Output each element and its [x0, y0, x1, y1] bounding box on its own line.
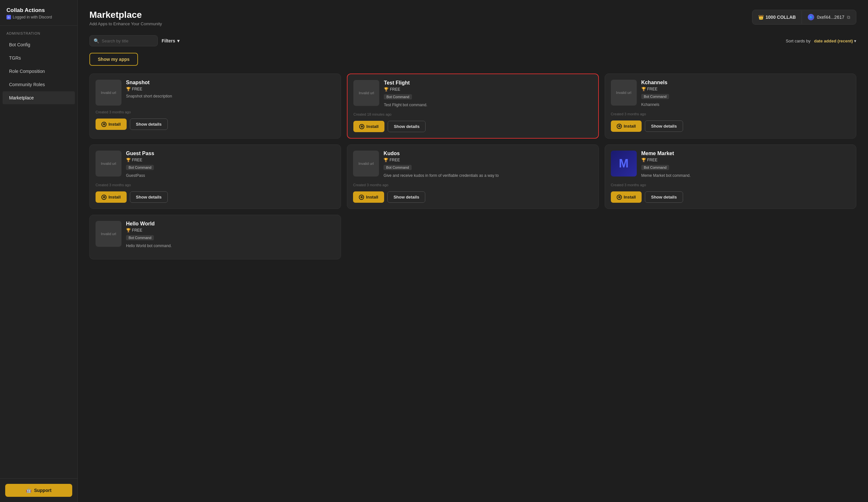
show-my-apps-button[interactable]: Show my apps — [90, 53, 138, 66]
install-circle-icon: ⊕ — [359, 195, 364, 200]
filters-button[interactable]: Filters ▾ — [162, 38, 179, 43]
sidebar-item-tgrs[interactable]: TGRs — [3, 51, 75, 64]
sidebar-item-bot-config[interactable]: Bot Config — [3, 38, 75, 51]
chevron-down-icon: ▾ — [177, 38, 179, 43]
show-details-button-kudos[interactable]: Show details — [388, 192, 425, 203]
sidebar-support: 🤖 Support — [0, 478, 78, 502]
sidebar-nav: Administration Bot Config TGRs Role Comp… — [0, 25, 78, 478]
card-created-snapshot: Created 3 months ago — [95, 110, 335, 114]
toolbar: 🔍 Filters ▾ Sort cards by date added (re… — [90, 35, 856, 46]
app-card-meme-market: M Meme Market 🏆 FREE Bot Command Meme Ma… — [605, 144, 856, 209]
card-badge-guest-pass: Bot Command — [126, 165, 154, 170]
sidebar-item-role-composition[interactable]: Role Composition — [3, 65, 75, 78]
card-badge-hello-world: Bot Command — [126, 235, 154, 240]
main-content: Marketplace Add Apps to Enhance Your Com… — [78, 0, 868, 502]
card-actions-kudos: ⊕ Install Show details — [353, 192, 592, 203]
wallet-avatar: 🔷 — [808, 14, 814, 20]
card-image-kchannels: Invalid url — [611, 80, 637, 105]
wallet-display: 👑 1000 COLLAB 🔷 0xef44...2617 ⧉ — [752, 10, 856, 24]
card-free-meme-market: 🏆 FREE — [641, 158, 850, 162]
card-desc-test-flight: Test Flight bot command. — [384, 102, 592, 108]
card-desc-snapshot: Snapshot short description — [126, 93, 335, 99]
crown-icon: 👑 — [758, 14, 764, 20]
page-subtitle: Add Apps to Enhance Your Community — [90, 21, 162, 26]
app-card-test-flight: Invalid url Test Flight 🏆 FREE Bot Comma… — [347, 73, 599, 139]
card-actions-snapshot: ⊕ Install Show details — [95, 119, 335, 130]
card-free-hello-world: 🏆 FREE — [126, 228, 335, 233]
install-button-test-flight[interactable]: ⊕ Install — [353, 121, 384, 132]
search-icon: 🔍 — [94, 38, 99, 43]
install-circle-icon: ⊕ — [617, 124, 622, 129]
install-button-kchannels[interactable]: ⊕ Install — [611, 121, 642, 132]
card-badge-meme-market: Bot Command — [641, 165, 669, 170]
brand-subtitle: D Logged in with Discord — [7, 15, 71, 19]
support-button[interactable]: 🤖 Support — [5, 484, 72, 497]
search-box: 🔍 — [90, 35, 158, 46]
card-title-hello-world: Hello World — [126, 221, 335, 227]
card-badge-test-flight: Bot Command — [384, 94, 412, 100]
app-card-guest-pass: Invalid url Guest Pass 🏆 FREE Bot Comman… — [90, 144, 341, 209]
card-image-kudos: Invalid url — [353, 151, 379, 176]
card-desc-guest-pass: GuestPass — [126, 173, 335, 178]
card-title-meme-market: Meme Market — [641, 151, 850, 156]
card-free-kchannels: 🏆 FREE — [641, 87, 850, 91]
card-desc-kudos: Give and receive kudos in form of verifi… — [383, 173, 592, 178]
discord-icon: D — [7, 15, 11, 19]
card-image-snapshot: Invalid url — [95, 80, 122, 105]
card-created-meme-market: Created 3 months ago — [611, 183, 850, 187]
wallet-collab: 👑 1000 COLLAB — [752, 11, 802, 24]
install-button-guest-pass[interactable]: ⊕ Install — [95, 192, 127, 203]
card-title-kudos: Kudos — [383, 151, 592, 156]
page-title: Marketplace — [90, 10, 162, 20]
install-button-kudos[interactable]: ⊕ Install — [353, 192, 384, 203]
sidebar-brand: Collab Actions D Logged in with Discord — [0, 0, 78, 25]
card-free-snapshot: 🏆 FREE — [126, 87, 335, 91]
card-desc-kchannels: Kchannels — [641, 102, 850, 107]
card-title-test-flight: Test Flight — [384, 80, 592, 86]
card-actions-kchannels: ⊕ Install Show details — [611, 121, 850, 132]
card-image-test-flight: Invalid url — [353, 80, 379, 106]
sidebar-item-marketplace[interactable]: Marketplace — [3, 91, 75, 104]
support-icon: 🤖 — [26, 488, 31, 493]
install-circle-icon: ⊕ — [617, 195, 622, 200]
card-title-guest-pass: Guest Pass — [126, 151, 335, 156]
card-created-kudos: Created 3 months ago — [353, 183, 592, 187]
show-details-button-test-flight[interactable]: Show details — [388, 121, 426, 132]
card-created-test-flight: Created 18 minutes ago — [353, 112, 592, 116]
install-circle-icon: ⊕ — [359, 124, 364, 129]
install-circle-icon: ⊕ — [101, 122, 106, 127]
card-badge-kudos: Bot Command — [383, 165, 411, 170]
card-desc-hello-world: Hello World bot command. — [126, 243, 335, 249]
sidebar-item-community-roles[interactable]: Community Roles — [3, 78, 75, 91]
show-details-button-kchannels[interactable]: Show details — [645, 121, 683, 132]
brand-title: Collab Actions — [7, 7, 71, 13]
search-input[interactable] — [102, 39, 154, 43]
install-button-meme-market[interactable]: ⊕ Install — [611, 192, 642, 203]
card-title-snapshot: Snapshot — [126, 80, 335, 85]
card-free-kudos: 🏆 FREE — [383, 158, 592, 162]
card-desc-meme-market: Meme Market bot command. — [641, 173, 850, 178]
main-header-row: Marketplace Add Apps to Enhance Your Com… — [90, 10, 856, 26]
card-actions-meme-market: ⊕ Install Show details — [611, 192, 850, 203]
card-created-guest-pass: Created 3 months ago — [95, 183, 335, 187]
install-button-snapshot[interactable]: ⊕ Install — [95, 119, 127, 130]
card-image-guest-pass: Invalid url — [95, 151, 122, 176]
show-details-button-guest-pass[interactable]: Show details — [130, 192, 168, 203]
toolbar-left: 🔍 Filters ▾ — [90, 35, 179, 46]
card-created-kchannels: Created 3 months ago — [611, 112, 850, 116]
wallet-address: 🔷 0xef44...2617 ⧉ — [802, 10, 856, 24]
show-details-button-snapshot[interactable]: Show details — [130, 119, 168, 130]
show-details-button-meme-market[interactable]: Show details — [645, 192, 683, 203]
card-image-meme-market: M — [611, 151, 637, 176]
card-badge-kchannels: Bot Command — [641, 94, 669, 99]
section-label: Administration — [0, 25, 78, 38]
app-card-kudos: Invalid url Kudos 🏆 FREE Bot Command Giv… — [347, 144, 599, 209]
page-heading: Marketplace Add Apps to Enhance Your Com… — [90, 10, 162, 26]
copy-icon[interactable]: ⧉ — [847, 14, 850, 20]
sort-label: Sort cards by date added (recent) ▾ — [786, 39, 856, 43]
app-card-snapshot: Invalid url Snapshot 🏆 FREE Snapshot sho… — [90, 73, 341, 139]
cards-grid: Invalid url Snapshot 🏆 FREE Snapshot sho… — [90, 73, 856, 259]
sort-chevron-icon: ▾ — [854, 39, 856, 43]
sidebar: Collab Actions D Logged in with Discord … — [0, 0, 78, 502]
card-image-hello-world: Invalid url — [95, 221, 122, 247]
